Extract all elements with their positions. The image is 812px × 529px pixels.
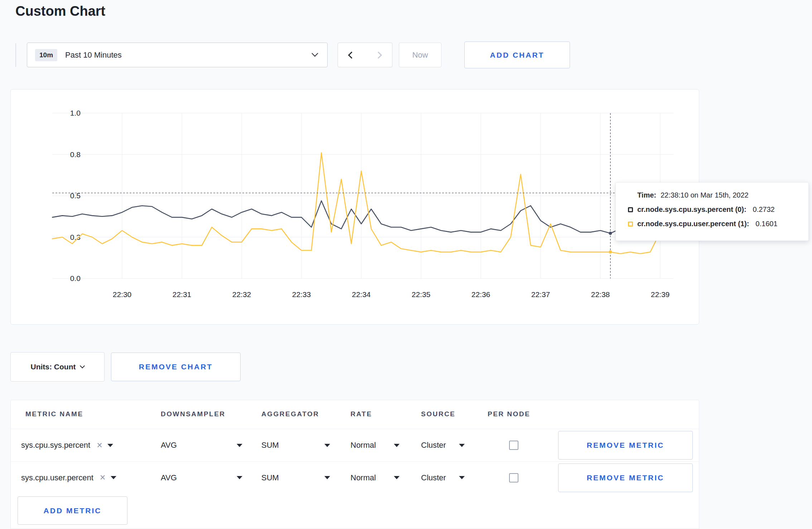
time-window-label: Past 10 Minutes <box>65 50 122 60</box>
add-metric-button[interactable]: ADD METRIC <box>18 496 127 525</box>
col-header-rate: RATE <box>351 410 372 418</box>
svg-text:22:37: 22:37 <box>531 290 550 299</box>
metric-name-value: sys.cpu.sys.percent <box>21 441 90 450</box>
chart-panel: 0.00.30.50.81.022:3022:3122:3222:3322:34… <box>10 89 699 325</box>
toolbar-divider <box>15 43 16 67</box>
caret-down-icon <box>237 476 242 479</box>
clear-icon[interactable]: × <box>100 473 106 482</box>
chevron-left-icon <box>348 52 355 59</box>
col-header-per-node: PER NODE <box>488 410 530 418</box>
rate-select[interactable]: Normal <box>351 462 400 494</box>
source-value: Cluster <box>421 441 446 450</box>
time-window-badge: 10m <box>35 49 57 61</box>
tooltip-series-label: cr.node.sys.cpu.user.percent (1): <box>637 220 749 228</box>
next-time-button[interactable] <box>365 43 392 67</box>
svg-text:22:34: 22:34 <box>352 290 371 299</box>
chevron-down-icon <box>311 50 318 57</box>
table-header-row: METRIC NAME DOWNSAMPLER AGGREGATOR RATE … <box>11 400 699 429</box>
rate-value: Normal <box>351 473 376 482</box>
caret-down-icon <box>394 476 400 479</box>
source-select[interactable]: Cluster <box>421 462 465 494</box>
caret-down-icon <box>459 476 465 479</box>
rate-select[interactable]: Normal <box>351 429 400 461</box>
caret-down-icon <box>237 444 242 447</box>
chevron-right-icon <box>375 52 382 59</box>
svg-text:22:35: 22:35 <box>412 290 431 299</box>
downsampler-select[interactable]: AVG <box>161 462 242 494</box>
source-value: Cluster <box>421 473 446 482</box>
per-node-cell <box>509 429 518 461</box>
col-header-metric-name: METRIC NAME <box>25 410 83 418</box>
table-row: sys.cpu.user.percent × AVG SUM Normal Cl… <box>11 461 699 494</box>
caret-down-icon <box>394 444 400 447</box>
rate-value: Normal <box>351 441 376 450</box>
downsampler-value: AVG <box>161 473 177 482</box>
units-select[interactable]: Units: Count <box>10 352 105 382</box>
remove-metric-button[interactable]: REMOVE METRIC <box>558 464 693 492</box>
metric-name-value: sys.cpu.user.percent <box>21 473 93 482</box>
time-window-select[interactable]: 10m Past 10 Minutes <box>27 43 328 67</box>
svg-text:0.0: 0.0 <box>70 274 81 282</box>
tooltip-time-value: 22:38:10 on Mar 15th, 2022 <box>661 191 749 199</box>
chart-tooltip: Time: 22:38:10 on Mar 15th, 2022 cr.node… <box>615 182 809 241</box>
remove-metric-button[interactable]: REMOVE METRIC <box>558 431 693 460</box>
col-header-aggregator: AGGREGATOR <box>261 410 319 418</box>
remove-chart-button[interactable]: REMOVE CHART <box>111 353 241 381</box>
metric-name-select[interactable]: sys.cpu.user.percent × <box>21 462 116 494</box>
per-node-checkbox[interactable] <box>509 441 518 450</box>
svg-text:0.8: 0.8 <box>70 150 81 159</box>
tooltip-series-value: 0.2732 <box>753 205 775 214</box>
clear-icon[interactable]: × <box>97 441 102 450</box>
aggregator-value: SUM <box>261 441 279 450</box>
per-node-checkbox[interactable] <box>509 473 518 482</box>
series-sys-swatch-icon <box>628 207 633 212</box>
aggregator-select[interactable]: SUM <box>261 429 330 461</box>
page-title: Custom Chart <box>15 4 105 19</box>
svg-text:1.0: 1.0 <box>70 109 81 117</box>
per-node-cell <box>509 462 518 494</box>
tooltip-time-label: Time: <box>637 191 656 199</box>
svg-text:22:32: 22:32 <box>232 290 251 299</box>
caret-down-icon <box>107 444 113 447</box>
svg-text:22:31: 22:31 <box>173 290 192 299</box>
downsampler-select[interactable]: AVG <box>161 429 242 461</box>
svg-text:22:30: 22:30 <box>113 290 132 299</box>
prev-time-button[interactable] <box>338 43 365 67</box>
add-chart-button[interactable]: ADD CHART <box>464 42 570 68</box>
chevron-down-icon <box>80 363 85 368</box>
caret-down-icon <box>324 444 330 447</box>
svg-text:22:39: 22:39 <box>651 290 670 299</box>
aggregator-select[interactable]: SUM <box>261 462 330 494</box>
caret-down-icon <box>324 476 330 479</box>
source-select[interactable]: Cluster <box>421 429 465 461</box>
custom-chart-plot[interactable]: 0.00.30.50.81.022:3022:3122:3222:3322:34… <box>11 89 700 325</box>
svg-text:22:36: 22:36 <box>472 290 490 299</box>
tooltip-series-label: cr.node.sys.cpu.sys.percent (0): <box>637 205 746 214</box>
metrics-table: METRIC NAME DOWNSAMPLER AGGREGATOR RATE … <box>10 400 699 529</box>
series-user-swatch-icon <box>628 222 633 227</box>
metric-name-select[interactable]: sys.cpu.sys.percent × <box>21 429 113 461</box>
col-header-source: SOURCE <box>421 410 455 418</box>
svg-text:22:38: 22:38 <box>591 290 610 299</box>
aggregator-value: SUM <box>261 473 279 482</box>
units-label: Units: Count <box>31 363 76 371</box>
now-button[interactable]: Now <box>399 43 441 67</box>
downsampler-value: AVG <box>161 441 177 450</box>
tooltip-series-value: 0.1601 <box>755 220 777 228</box>
caret-down-icon <box>111 476 116 479</box>
caret-down-icon <box>459 444 465 447</box>
svg-text:22:33: 22:33 <box>292 290 311 299</box>
col-header-downsampler: DOWNSAMPLER <box>161 410 226 418</box>
table-row: sys.cpu.sys.percent × AVG SUM Normal Clu… <box>11 429 699 461</box>
